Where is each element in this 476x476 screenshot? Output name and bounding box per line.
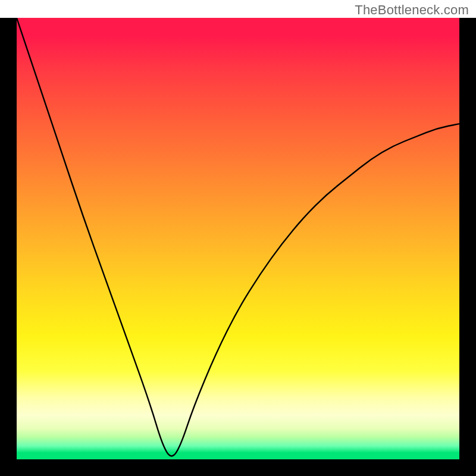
plot-area xyxy=(17,18,459,459)
chart-frame xyxy=(0,18,476,476)
chart-stage: TheBottleneck.com xyxy=(0,0,476,476)
bottleneck-curve xyxy=(17,18,459,459)
watermark-text: TheBottleneck.com xyxy=(355,2,469,18)
